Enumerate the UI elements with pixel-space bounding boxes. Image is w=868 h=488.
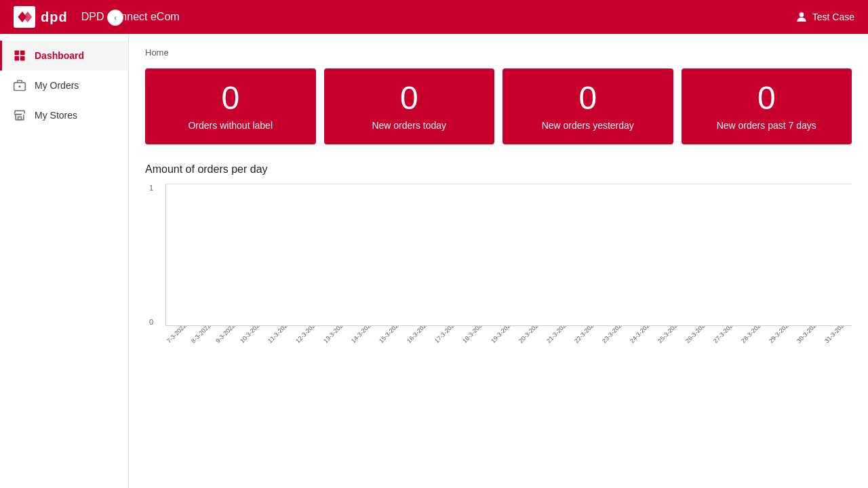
logo-text: dpd — [41, 9, 68, 25]
svg-rect-3 — [20, 51, 25, 56]
sidebar-item-my-orders[interactable]: My Orders — [0, 70, 128, 100]
svg-rect-4 — [15, 56, 20, 61]
stores-icon — [13, 108, 26, 122]
svg-point-1 — [799, 12, 804, 17]
x-axis-label: 19-3-2022 — [490, 326, 514, 344]
stat-label-1: New orders today — [372, 120, 446, 131]
stat-card-new-orders-yesterday: 0 New orders yesterday — [502, 68, 673, 144]
main-layout: ‹ Dashboard My Orders — [0, 34, 868, 488]
stat-value-0: 0 — [221, 82, 239, 115]
chart-y-min-label: 0 — [149, 318, 153, 326]
stat-cards: 0 Orders without label 0 New orders toda… — [145, 68, 852, 144]
stat-value-3: 0 — [757, 82, 776, 115]
dashboard-icon — [13, 49, 26, 62]
x-axis-label: 15-3-2022 — [378, 326, 402, 344]
svg-rect-9 — [18, 117, 22, 120]
x-axis-label: 13-3-2022 — [322, 326, 347, 344]
x-axis-label: 1-4-2022 — [851, 326, 852, 344]
x-axis-label: 17-3-2022 — [433, 326, 458, 344]
x-axis-label: 24-3-2022 — [629, 326, 653, 344]
x-axis-label: 7-3-2022 — [165, 326, 188, 344]
sidebar-label-my-stores: My Stores — [35, 110, 77, 121]
sidebar-nav: Dashboard My Orders My Stores — [0, 34, 128, 130]
sidebar-item-my-stores[interactable]: My Stores — [0, 100, 128, 130]
orders-icon — [13, 79, 26, 92]
sidebar-item-dashboard[interactable]: Dashboard — [0, 41, 128, 70]
chart-container: 1 0 7-3-20228-3-20229-3-202210-3-202211-… — [145, 184, 852, 346]
chart-section: Amount of orders per day 1 0 7-3-20228-3… — [145, 163, 852, 346]
x-axis-label: 8-3-2022 — [190, 326, 212, 344]
svg-rect-5 — [20, 56, 25, 61]
x-axis-label: 23-3-2022 — [601, 326, 625, 344]
x-axis-label: 22-3-2022 — [573, 326, 597, 344]
svg-rect-2 — [15, 51, 20, 56]
sidebar: ‹ Dashboard My Orders — [0, 34, 129, 488]
stat-label-2: New orders yesterday — [542, 120, 634, 131]
user-name: Test Case — [812, 12, 854, 22]
chart-top-gridline — [166, 184, 852, 184]
chart-y-max-label: 1 — [149, 184, 153, 192]
app-title: DPD Connect eCom — [81, 11, 180, 23]
x-axis-label: 30-3-2022 — [795, 326, 820, 344]
stat-value-1: 0 — [400, 82, 418, 115]
chart-plot-area — [165, 184, 852, 326]
x-axis-label: 14-3-2022 — [350, 326, 374, 344]
x-axis-label: 28-3-2022 — [740, 326, 764, 344]
sidebar-label-my-orders: My Orders — [35, 80, 79, 91]
main-content: Home 0 Orders without label 0 New orders… — [129, 34, 868, 488]
x-axis-label: 18-3-2022 — [461, 326, 486, 344]
x-axis-label: 21-3-2022 — [545, 326, 570, 344]
x-axis-label: 27-3-2022 — [712, 326, 736, 344]
x-axis-label: 12-3-2022 — [294, 326, 319, 344]
stat-card-orders-without-label: 0 Orders without label — [145, 68, 316, 144]
app-header: dpd DPD Connect eCom Test Case — [0, 0, 868, 34]
stat-card-new-orders-past-7-days: 0 New orders past 7 days — [682, 68, 852, 144]
dpd-logo-icon — [14, 6, 35, 28]
sidebar-label-dashboard: Dashboard — [35, 50, 84, 61]
x-axis-label: 26-3-2022 — [684, 326, 709, 344]
x-axis-label: 25-3-2022 — [656, 326, 681, 344]
user-avatar-icon — [795, 10, 808, 24]
logo-area: dpd DPD Connect eCom — [14, 6, 180, 28]
chart-title: Amount of orders per day — [145, 163, 852, 176]
stat-value-2: 0 — [578, 82, 597, 115]
user-menu[interactable]: Test Case — [795, 10, 854, 24]
stat-label-3: New orders past 7 days — [717, 120, 816, 131]
x-axis-label: 16-3-2022 — [406, 326, 430, 344]
x-axis-label: 10-3-2022 — [239, 326, 263, 344]
x-axis-label: 11-3-2022 — [267, 326, 291, 344]
x-axis-label: 9-3-2022 — [214, 326, 237, 344]
chart-x-labels: 7-3-20228-3-20229-3-202210-3-202211-3-20… — [165, 326, 852, 346]
breadcrumb: Home — [145, 47, 852, 58]
stat-label-0: Orders without label — [188, 120, 273, 131]
x-axis-label: 20-3-2022 — [517, 326, 542, 344]
x-axis-label: 31-3-2022 — [823, 326, 848, 344]
stat-card-new-orders-today: 0 New orders today — [324, 68, 495, 144]
x-axis-label: 29-3-2022 — [768, 326, 792, 344]
